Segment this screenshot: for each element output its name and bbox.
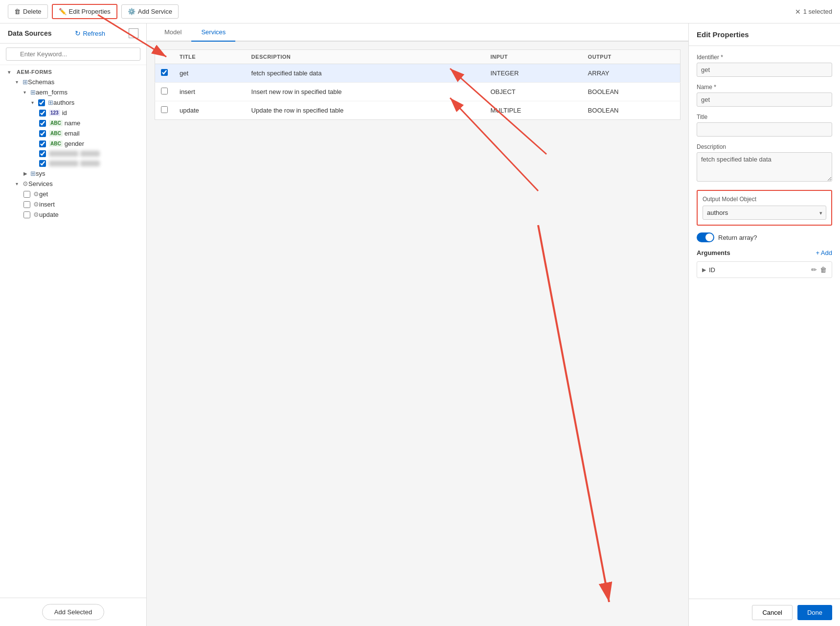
- field-id-checkbox[interactable]: [39, 110, 46, 116]
- argument-actions: ✏ 🗑: [811, 266, 827, 274]
- authors-checkbox[interactable]: [38, 99, 45, 106]
- sidebar-item-field-id[interactable]: 123 id: [0, 108, 146, 118]
- chevron-down-icon: ▾: [23, 90, 29, 95]
- row-insert-checkbox[interactable]: [161, 88, 168, 94]
- delete-label: Delete: [23, 8, 42, 15]
- edit-icon: ✏️: [59, 8, 67, 15]
- chevron-right-icon: ▶: [23, 171, 29, 176]
- services-label: Services: [28, 180, 53, 187]
- name-input[interactable]: [697, 93, 832, 107]
- cancel-button[interactable]: Cancel: [752, 605, 792, 620]
- sidebar-item-blurred-1[interactable]: [0, 149, 146, 159]
- blurred-2-checkbox[interactable]: [39, 160, 46, 167]
- sidebar-item-service-insert[interactable]: ⚙ insert: [0, 199, 146, 209]
- blurred-1-label: [49, 151, 78, 157]
- row-update-checkbox[interactable]: [161, 106, 168, 113]
- table-row[interactable]: insert Insert new row in specified table…: [155, 83, 681, 101]
- row-get-output: ARRAY: [582, 64, 681, 83]
- add-selected-button[interactable]: Add Selected: [42, 604, 104, 620]
- identifier-field-group: Identifier *: [697, 54, 832, 77]
- sidebar-item-service-get[interactable]: ⚙ get: [0, 189, 146, 199]
- argument-edit-button[interactable]: ✏: [811, 266, 817, 274]
- edit-properties-button[interactable]: ✏️ Edit Properties: [52, 4, 117, 19]
- description-textarea[interactable]: fetch specified table data: [697, 152, 832, 182]
- service-update-label: update: [39, 211, 59, 218]
- service-get-icon: ⚙: [33, 190, 39, 198]
- center-content: Model Services TITLE DESCRIPTION INPUT O…: [147, 23, 688, 626]
- delete-button[interactable]: 🗑 Delete: [8, 4, 48, 19]
- return-array-toggle[interactable]: [697, 232, 714, 242]
- sidebar-item-service-update[interactable]: ⚙ update: [0, 209, 146, 220]
- row-update-input: MULTIPLE: [484, 101, 582, 120]
- row-insert-title: insert: [174, 83, 246, 101]
- sidebar-item-sys[interactable]: ▶ ⊞ sys: [0, 168, 146, 179]
- table-row[interactable]: get fetch specified table data INTEGER A…: [155, 64, 681, 83]
- service-insert-checkbox[interactable]: [23, 201, 30, 208]
- output-model-select[interactable]: authors: [703, 206, 826, 220]
- right-panel-content: Identifier * Name * Title: [689, 46, 840, 599]
- sidebar-item-services[interactable]: ▾ ⚙ Services: [0, 179, 146, 189]
- expand-icon[interactable]: [129, 28, 138, 38]
- add-argument-button[interactable]: + Add: [816, 249, 832, 256]
- output-model-label: Output Model Object: [703, 196, 826, 203]
- tree-area: ▾ AEM-FORMS ▾ ⊞ Schemas ▾ ⊞ aem_forms ▾ …: [0, 65, 146, 598]
- return-array-row: Return array?: [697, 232, 832, 242]
- name-label: Name *: [697, 84, 832, 91]
- service-insert-label: insert: [39, 201, 55, 208]
- refresh-button[interactable]: ↻ Refresh: [75, 29, 105, 37]
- field-id-label: id: [62, 109, 67, 116]
- service-get-checkbox[interactable]: [23, 191, 30, 198]
- row-get-description: fetch specified table data: [246, 64, 485, 83]
- tab-services[interactable]: Services: [191, 23, 235, 42]
- blurred-1-checkbox[interactable]: [39, 150, 46, 157]
- sidebar-item-field-email[interactable]: ABC email: [0, 128, 146, 139]
- return-array-label: Return array?: [718, 234, 757, 241]
- close-icon-btn[interactable]: ✕: [795, 8, 801, 16]
- field-gender-checkbox[interactable]: [39, 140, 46, 147]
- sidebar-item-aem-forms-schema[interactable]: ▾ ⊞ aem_forms: [0, 87, 146, 97]
- row-insert-input: OBJECT: [484, 83, 582, 101]
- identifier-input[interactable]: [697, 63, 832, 77]
- field-name-checkbox[interactable]: [39, 120, 46, 127]
- sidebar-item-blurred-2[interactable]: [0, 159, 146, 168]
- services-table: TITLE DESCRIPTION INPUT OUTPUT get fetch…: [155, 49, 681, 120]
- refresh-icon: ↻: [75, 29, 81, 37]
- search-wrapper: 🔍: [6, 47, 140, 61]
- search-input[interactable]: [6, 47, 140, 61]
- main-layout: Data Sources ↻ Refresh 🔍 ▾ AEM-FORMS ▾ ⊞: [0, 23, 840, 626]
- aem-forms-schema-label: aem_forms: [36, 89, 68, 96]
- selected-badge: ✕ 1 selected: [795, 8, 832, 16]
- table-row[interactable]: update Update the row in specified table…: [155, 101, 681, 120]
- field-email-checkbox[interactable]: [39, 130, 46, 137]
- trash-icon: 🗑: [14, 8, 21, 15]
- sidebar-item-schemas[interactable]: ▾ ⊞ Schemas: [0, 77, 146, 87]
- argument-expand-icon[interactable]: ▶: [702, 267, 706, 273]
- description-field-group: Description fetch specified table data: [697, 143, 832, 183]
- services-icon: ⚙: [23, 180, 28, 187]
- output-model-section: Output Model Object authors ▾: [697, 190, 832, 226]
- identifier-label: Identifier *: [697, 54, 832, 61]
- field-id-type: 123: [49, 110, 60, 116]
- row-update-title: update: [174, 101, 246, 120]
- blurred-1-value: [80, 151, 100, 157]
- sidebar-item-field-name[interactable]: ABC name: [0, 118, 146, 128]
- add-service-button[interactable]: ⚙️ Add Service: [121, 4, 179, 19]
- title-input[interactable]: [697, 122, 832, 137]
- field-email-type: ABC: [49, 130, 63, 137]
- tab-model[interactable]: Model: [155, 23, 191, 42]
- description-label: Description: [697, 143, 832, 150]
- sidebar-item-field-gender[interactable]: ABC gender: [0, 139, 146, 149]
- sidebar-section-aem-forms[interactable]: ▾ AEM-FORMS: [0, 67, 146, 77]
- argument-delete-button[interactable]: 🗑: [820, 266, 827, 274]
- table-icon: ⊞: [30, 89, 36, 96]
- sidebar-item-authors[interactable]: ▾ ⊞ authors: [0, 97, 146, 108]
- row-get-checkbox[interactable]: [161, 69, 168, 76]
- title-field-group: Title: [697, 114, 832, 137]
- field-gender-type: ABC: [49, 140, 63, 147]
- service-update-checkbox[interactable]: [23, 211, 30, 218]
- field-email-label: email: [65, 130, 80, 137]
- done-button[interactable]: Done: [797, 605, 832, 620]
- name-field-group: Name *: [697, 84, 832, 107]
- sys-icon: ⊞: [30, 170, 36, 177]
- selected-count: 1 selected: [803, 8, 832, 15]
